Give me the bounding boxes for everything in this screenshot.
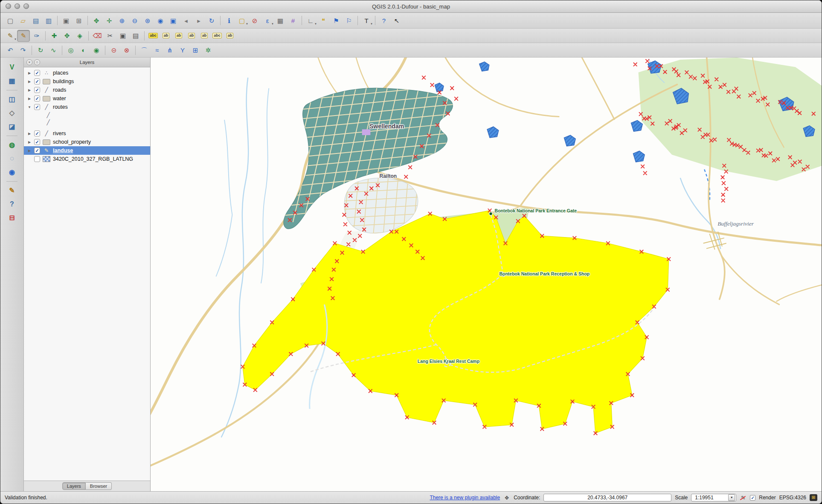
new-project-button[interactable]: ▢	[4, 15, 16, 26]
plugin-link[interactable]: There is a new plugin available	[430, 495, 500, 501]
open-project-button[interactable]: ▱	[17, 15, 29, 26]
redo-button[interactable]: ↷	[17, 45, 29, 56]
new-print-composer-button[interactable]: ▣	[60, 15, 72, 26]
identify-features-button[interactable]: ℹ	[223, 15, 235, 26]
remove-layer-button[interactable]: ⊟	[5, 211, 19, 224]
layer-checkbox[interactable]: ✓	[34, 104, 40, 110]
split-features-button[interactable]: ⋔	[164, 45, 176, 56]
layer-checkbox[interactable]: ✓	[34, 139, 40, 145]
whats-this-button[interactable]: ↖	[391, 15, 403, 26]
expand-arrow-icon[interactable]: ▶	[27, 140, 32, 144]
rotate-label-button[interactable]: ab	[198, 30, 210, 41]
layer-checkbox[interactable]: ✓	[34, 130, 40, 136]
simplify-feature-button[interactable]: ∿	[47, 45, 59, 56]
zoom-next-button[interactable]: ▸	[193, 15, 205, 26]
move-feature-button[interactable]: ✥	[61, 30, 73, 41]
coordinate-input[interactable]: 20.4733,-34.0967	[543, 494, 671, 501]
zoom-in-button[interactable]: ⊕	[116, 15, 128, 26]
open-attribute-table-button[interactable]: ▦	[274, 15, 286, 26]
new-bookmark-button[interactable]: ⚑	[330, 15, 342, 26]
save-project-as-button[interactable]: ▥	[43, 15, 55, 26]
add-ring-button[interactable]: ◎	[65, 45, 77, 56]
layer-item-roads[interactable]: ▶✓╱roads	[24, 86, 150, 94]
panel-float-button[interactable]: ○	[34, 59, 40, 65]
delete-selected-button[interactable]: ⌫	[91, 30, 103, 41]
help-button[interactable]: ?	[378, 15, 390, 26]
change-label-properties-button[interactable]: abc	[211, 30, 223, 41]
fill-ring-button[interactable]: ◉	[90, 45, 102, 56]
layer-checkbox[interactable]: ✓	[34, 96, 40, 101]
expand-arrow-icon[interactable]: ▶	[27, 132, 32, 136]
show-bookmarks-button[interactable]: ⚐	[343, 15, 355, 26]
layer-checkbox[interactable]: ✓	[34, 87, 40, 93]
add-delimited-text-layer-button[interactable]: ?	[5, 198, 19, 211]
zoom-last-button[interactable]: ◂	[180, 15, 192, 26]
layer-checkbox[interactable]: ✓	[34, 70, 40, 76]
add-vector-layer-button[interactable]: V	[5, 61, 19, 74]
field-calculator-button[interactable]: #	[287, 15, 299, 26]
show-hide-labels-button[interactable]: ab	[224, 30, 236, 41]
map-viewport[interactable]: Swellendam Railton Bontebok National Par…	[151, 58, 822, 491]
expand-arrow-icon[interactable]: ▶	[27, 97, 32, 101]
scale-dropdown-icon[interactable]: ▼	[728, 494, 735, 501]
add-mssql-layer-button[interactable]: ◪	[5, 120, 19, 133]
refresh-map-button[interactable]: ↻	[206, 15, 218, 26]
node-tool-button[interactable]: ◈	[74, 30, 86, 41]
text-annotation-button[interactable]: T▼	[360, 15, 372, 26]
render-checkbox[interactable]: ✓	[750, 495, 755, 501]
current-edits-button[interactable]: ✎▼	[4, 30, 16, 41]
close-button[interactable]	[6, 3, 11, 9]
toggle-editing-button[interactable]: ✎	[17, 30, 30, 42]
deselect-features-button[interactable]: ⊘	[249, 15, 261, 26]
layer-checkbox[interactable]: ✓	[34, 148, 40, 154]
expand-arrow-icon[interactable]: ▼	[27, 105, 32, 109]
add-wms-layer-button[interactable]: ◍	[5, 139, 19, 151]
layer-item-landuse[interactable]: ▶✓✎landuse	[24, 146, 150, 155]
move-label-button[interactable]: ab	[186, 30, 198, 41]
add-wfs-layer-button[interactable]: ◉	[5, 166, 19, 179]
pan-to-selection-button[interactable]: ✛	[103, 15, 115, 26]
copy-features-button[interactable]: ▣	[117, 30, 129, 41]
plugin-icon[interactable]: ❖	[503, 495, 510, 501]
split-parts-button[interactable]: Y	[177, 45, 189, 56]
composer-manager-button[interactable]: ⊞	[73, 15, 85, 26]
minimize-button[interactable]	[15, 3, 20, 9]
add-wcs-layer-button[interactable]: ◌	[5, 152, 19, 165]
layer-item-buildings[interactable]: ▶✓buildings	[24, 77, 150, 86]
zoom-to-selection-button[interactable]: ◉	[154, 15, 166, 26]
measure-button[interactable]: ∟▼	[305, 15, 317, 26]
add-postgis-layer-button[interactable]: ◫	[5, 93, 19, 106]
stop-rendering-icon[interactable]: ✎	[740, 495, 746, 501]
log-messages-button[interactable]: ⊞	[810, 494, 817, 501]
delete-part-button[interactable]: ⊗	[121, 45, 133, 56]
highlight-labels-button[interactable]: ab	[173, 30, 185, 41]
expand-arrow-icon[interactable]: ▶	[27, 88, 32, 92]
expand-arrow-icon[interactable]: ▶	[27, 149, 32, 153]
scale-combo[interactable]: 1:19951 ▼	[691, 494, 736, 501]
new-shapefile-layer-button[interactable]: ✎	[5, 184, 19, 197]
layer-item-rivers[interactable]: ▶✓╱rivers	[24, 129, 150, 138]
add-feature-button[interactable]: ✚	[48, 30, 60, 41]
add-spatialite-layer-button[interactable]: ◇	[5, 107, 19, 119]
layer-item-water[interactable]: ▶✓water	[24, 94, 150, 103]
epsg-status[interactable]: EPSG:4326	[779, 495, 806, 501]
offset-curve-button[interactable]: ≈	[151, 45, 163, 56]
expand-arrow-icon[interactable]: ▶	[27, 80, 32, 84]
rotate-feature-button[interactable]: ↻	[35, 45, 46, 56]
zoom-button[interactable]	[23, 3, 29, 9]
delete-ring-button[interactable]: ⊝	[108, 45, 120, 56]
save-layer-edits-button[interactable]: ✑	[31, 30, 43, 41]
rotate-point-symbols-button[interactable]: ✲	[202, 45, 214, 56]
zoom-full-button[interactable]: ⊛	[142, 15, 154, 26]
save-project-button[interactable]: ▤	[30, 15, 42, 26]
panel-close-button[interactable]: ×	[26, 59, 32, 65]
undo-button[interactable]: ↶	[4, 45, 16, 56]
layer-item-3420C_2010_327_RGB_LATLNG[interactable]: 3420C_2010_327_RGB_LATLNG	[24, 155, 150, 163]
paste-features-button[interactable]: ▤	[130, 30, 142, 41]
labeling-options-button[interactable]: abc	[147, 30, 159, 41]
merge-features-button[interactable]: ⊞	[189, 45, 201, 56]
cut-features-button[interactable]: ✂	[104, 30, 116, 41]
select-features-button[interactable]: ▢▼	[236, 15, 248, 26]
layer-checkbox[interactable]: ✓	[34, 78, 40, 84]
layer-item-places[interactable]: ▶✓∴places	[24, 69, 150, 77]
